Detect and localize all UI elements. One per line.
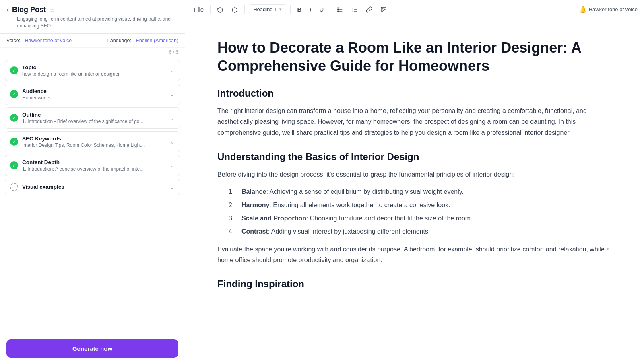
italic-button[interactable]: I — [307, 4, 314, 14]
heading-chevron-icon: ▾ — [279, 7, 282, 12]
item-value-seo: Interior Design Tips, Room Color Schemes… — [22, 142, 151, 148]
numbered-list-button[interactable] — [349, 5, 360, 14]
lang-label: Language: — [107, 38, 131, 43]
list-item-contrast: 4. Contrast: Adding visual interest by j… — [229, 226, 612, 237]
svg-point-3 — [338, 8, 339, 8]
check-icon-audience: ✓ — [10, 90, 18, 98]
item-value-audience: Homeowners — [22, 95, 151, 101]
bold-button[interactable]: B — [295, 4, 304, 14]
hawker-badge: 🔔 Hawker tone of voice — [579, 6, 638, 13]
sidebar-item-visual[interactable]: Visual examples ⌄ — [5, 179, 180, 195]
item-value-depth: 1. Introduction: A concise overview of t… — [22, 166, 151, 172]
check-icon-outline: ✓ — [10, 114, 18, 122]
toolbar-divider-1 — [210, 5, 211, 14]
sidebar-subtitle: Engaging long-form content aimed at prov… — [17, 16, 178, 29]
toolbar: File Heading 1 ▾ B I U � — [185, 0, 644, 19]
check-icon-topic: ✓ — [10, 66, 18, 74]
item-label-topic: Topic — [22, 64, 166, 70]
sidebar-footer: Generate now — [0, 333, 185, 364]
chevron-down-icon-topic: ⌄ — [170, 67, 175, 74]
voice-lang-row: Voice: Hawker tone of voice Language: En… — [0, 34, 185, 48]
item-value-outline: 1. Introduction - Brief overview of the … — [22, 119, 151, 124]
sidebar-items: ✓ Topic how to design a room like an int… — [0, 58, 185, 333]
item-label-depth: Content Depth — [22, 159, 166, 165]
item-label-outline: Outline — [22, 112, 166, 118]
item-value-topic: how to design a room like an interior de… — [22, 71, 151, 77]
basics-list: 1. Balance: Achieving a sense of equilib… — [221, 186, 612, 237]
section-heading-intro: Introduction — [217, 88, 612, 99]
editor-area: File Heading 1 ▾ B I U � — [185, 0, 644, 364]
basics-closing-paragraph: Evaluate the space you're working with a… — [217, 244, 612, 265]
list-item-scale: 3. Scale and Proportion: Choosing furnit… — [229, 213, 612, 224]
voice-label: Voice: — [6, 38, 20, 43]
list-item-harmony: 2. Harmony: Ensuring all elements work t… — [229, 199, 612, 210]
item-label-visual: Visual examples — [22, 184, 166, 190]
sidebar-item-audience[interactable]: ✓ Audience Homeowners ⌄ — [5, 84, 180, 105]
svg-point-10 — [382, 8, 383, 9]
list-item-balance: 1. Balance: Achieving a sense of equilib… — [229, 186, 612, 197]
file-button[interactable]: File — [192, 4, 206, 14]
sidebar-item-outline[interactable]: ✓ Outline 1. Introduction - Brief overvi… — [5, 107, 180, 129]
item-label-audience: Audience — [22, 88, 166, 94]
list-num-2: 2. — [229, 199, 238, 210]
underline-button[interactable]: U — [317, 4, 326, 14]
pending-icon-visual — [10, 183, 18, 191]
link-button[interactable] — [363, 5, 375, 14]
voice-link[interactable]: Hawker tone of voice — [25, 38, 72, 43]
chevron-down-icon-audience: ⌄ — [170, 91, 175, 97]
intro-paragraph: The right interior design can transform … — [217, 105, 612, 138]
basics-intro-paragraph: Before diving into the design process, i… — [217, 169, 612, 180]
list-body-balance: Balance: Achieving a sense of equilibriu… — [242, 186, 612, 197]
list-num-3: 3. — [229, 213, 238, 224]
hawker-icon: 🔔 — [579, 6, 587, 13]
back-button[interactable]: ‹ — [6, 6, 9, 14]
generate-button[interactable]: Generate now — [6, 339, 178, 358]
toolbar-divider-3 — [290, 5, 291, 14]
sidebar-item-topic[interactable]: ✓ Topic how to design a room like an int… — [5, 60, 180, 81]
section-heading-basics: Understanding the Basics of Interior Des… — [217, 151, 612, 162]
section-heading-inspiration: Finding Inspiration — [217, 278, 612, 290]
sidebar-header: ‹ Blog Post ☆ Engaging long-form content… — [0, 0, 185, 34]
image-button[interactable] — [378, 5, 389, 14]
chevron-down-icon-visual: ⌄ — [170, 184, 175, 190]
list-num-4: 4. — [229, 226, 238, 237]
content-area[interactable]: How to Decorate a Room Like an Interior … — [185, 19, 644, 364]
favorite-icon[interactable]: ☆ — [49, 6, 55, 14]
progress-count: 6 / 6 — [0, 48, 185, 58]
sidebar-item-depth[interactable]: ✓ Content Depth 1. Introduction: A conci… — [5, 155, 180, 176]
chevron-down-icon-depth: ⌄ — [170, 162, 175, 169]
check-icon-seo: ✓ — [10, 138, 18, 146]
chevron-down-icon-seo: ⌄ — [170, 138, 175, 145]
svg-point-4 — [338, 9, 339, 10]
sidebar: ‹ Blog Post ☆ Engaging long-form content… — [0, 0, 185, 364]
heading-select[interactable]: Heading 1 ▾ — [249, 4, 286, 14]
item-label-seo: SEO Keywords — [22, 136, 166, 142]
sidebar-title: Blog Post — [12, 6, 46, 14]
undo-button[interactable] — [215, 5, 226, 14]
list-num-1: 1. — [229, 186, 238, 197]
document-title: How to Decorate a Room Like an Interior … — [217, 39, 612, 75]
heading-label: Heading 1 — [253, 6, 277, 12]
list-body-contrast: Contrast: Adding visual interest by juxt… — [242, 226, 612, 237]
toolbar-divider-2 — [244, 5, 245, 14]
list-body-harmony: Harmony: Ensuring all elements work toge… — [242, 199, 612, 210]
chevron-down-icon-outline: ⌄ — [170, 115, 175, 121]
svg-point-5 — [338, 11, 339, 12]
hawker-label: Hawker tone of voice — [589, 6, 638, 12]
toolbar-right: 🔔 Hawker tone of voice — [579, 6, 638, 13]
check-icon-depth: ✓ — [10, 161, 18, 169]
toolbar-divider-4 — [330, 5, 330, 14]
redo-button[interactable] — [229, 5, 240, 14]
list-body-scale: Scale and Proportion: Choosing furniture… — [242, 213, 612, 224]
bullet-list-button[interactable] — [334, 5, 346, 14]
lang-link[interactable]: English (American) — [136, 38, 178, 43]
sidebar-item-seo[interactable]: ✓ SEO Keywords Interior Design Tips, Roo… — [5, 131, 180, 152]
